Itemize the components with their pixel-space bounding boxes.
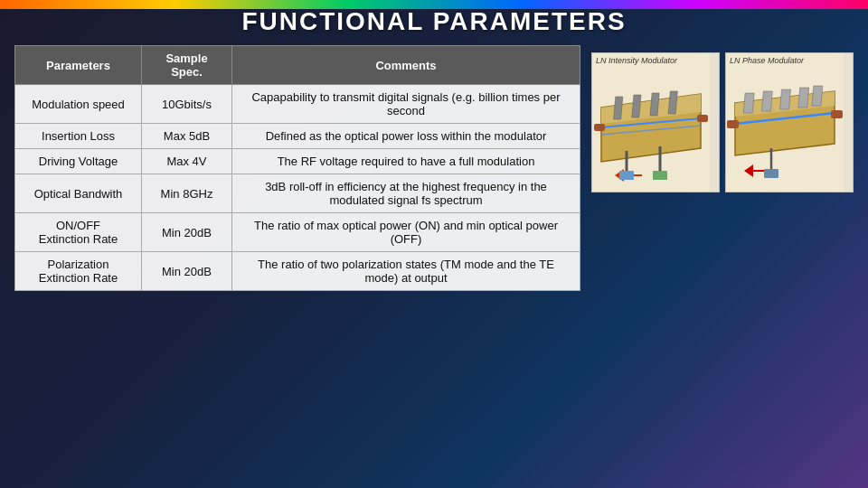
table-row: Insertion LossMax 5dBDefined as the opti…: [15, 124, 580, 149]
cell-comment-5: The ratio of two polarization states (TM…: [232, 252, 580, 291]
cell-parameter-1: Insertion Loss: [15, 124, 142, 149]
svg-rect-24: [812, 86, 823, 106]
cell-spec-4: Min 20dB: [142, 213, 232, 252]
svg-rect-22: [780, 89, 791, 109]
page-title: FUNCTIONAL PARAMETERS: [14, 7, 854, 36]
modulator-images: LN Intensity Modulator: [591, 52, 854, 192]
cell-comment-3: 3dB roll-off in efficiency at the highes…: [232, 174, 580, 213]
cell-parameter-3: Optical Bandwith: [15, 174, 142, 213]
svg-rect-31: [764, 169, 778, 178]
ln-intensity-label: LN Intensity Modulator: [596, 56, 677, 65]
table-header-row: Parameters Sample Spec. Comments: [15, 46, 580, 85]
table-row: Modulation speed10Gbits/sCapapability to…: [15, 85, 580, 124]
svg-rect-26: [727, 120, 739, 128]
ln-phase-label: LN Phase Modulator: [730, 56, 804, 65]
phase-modulator-svg: [726, 53, 844, 192]
svg-rect-16: [653, 171, 667, 180]
cell-spec-3: Min 8GHz: [142, 174, 232, 213]
cell-parameter-2: Driving Voltage: [15, 149, 142, 174]
svg-rect-27: [831, 110, 843, 118]
col-header-parameters: Parameters: [15, 46, 142, 85]
col-header-comments: Comments: [232, 46, 580, 85]
svg-rect-21: [761, 91, 772, 111]
intensity-modulator-svg: [592, 53, 710, 192]
cell-comment-0: Capapability to transmit digital signals…: [232, 85, 580, 124]
cell-parameter-0: Modulation speed: [15, 85, 142, 124]
cell-parameter-4: ON/OFF Extinction Rate: [15, 213, 142, 252]
params-table: Parameters Sample Spec. Comments Modulat…: [14, 45, 580, 291]
parameters-table-section: Parameters Sample Spec. Comments Modulat…: [14, 45, 580, 291]
cell-spec-1: Max 5dB: [142, 124, 232, 149]
cell-parameter-5: Polarization Extinction Rate: [15, 252, 142, 291]
cell-comment-2: The RF voltage required to have a full m…: [232, 149, 580, 174]
cell-comment-4: The ratio of max optical power (ON) and …: [232, 213, 580, 252]
col-header-spec: Sample Spec.: [142, 46, 232, 85]
cell-comment-1: Defined as the optical power loss within…: [232, 124, 580, 149]
cell-spec-5: Min 20dB: [142, 252, 232, 291]
table-row: Optical BandwithMin 8GHz3dB roll-off in …: [15, 174, 580, 213]
ln-intensity-modulator-image: LN Intensity Modulator: [591, 52, 720, 192]
svg-rect-20: [743, 93, 754, 113]
table-row: Polarization Extinction RateMin 20dBThe …: [15, 252, 580, 291]
image-section: LN Intensity Modulator: [591, 45, 854, 192]
cell-spec-0: 10Gbits/s: [142, 85, 232, 124]
ln-phase-modulator-image: LN Phase Modulator: [725, 52, 854, 192]
svg-rect-15: [619, 171, 634, 180]
svg-rect-9: [594, 124, 605, 131]
svg-rect-10: [697, 115, 708, 122]
cell-spec-2: Max 4V: [142, 149, 232, 174]
svg-rect-23: [798, 88, 809, 108]
table-row: Driving VoltageMax 4VThe RF voltage requ…: [15, 149, 580, 174]
table-row: ON/OFF Extinction RateMin 20dBThe ratio …: [15, 213, 580, 252]
